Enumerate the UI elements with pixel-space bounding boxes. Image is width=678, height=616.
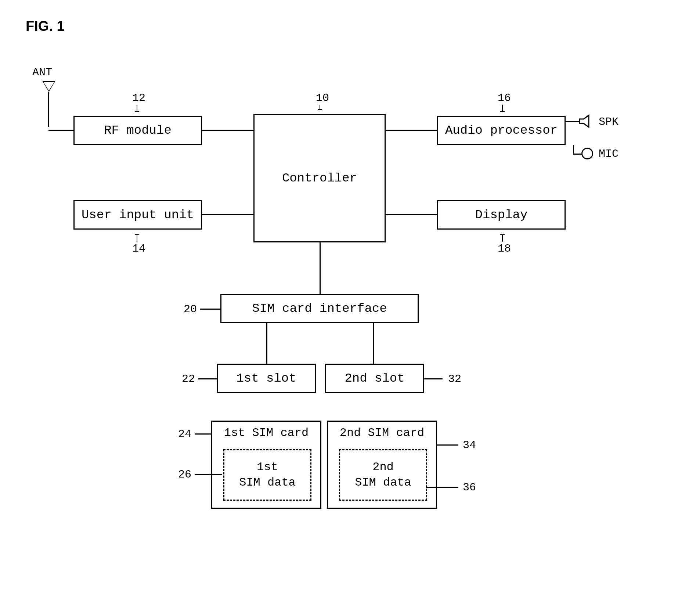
slot1-ref: 22 — [182, 373, 195, 385]
sim-interface-ref: 20 — [184, 303, 197, 316]
audio-processor-block: Audio processor — [437, 116, 566, 145]
mic-label: MIC — [599, 148, 619, 160]
sim-interface-block: SIM card interface — [220, 294, 419, 323]
block-diagram: ANT Controller 10 RF module 12 User inpu… — [26, 66, 650, 599]
speaker-label: SPK — [599, 116, 619, 128]
rf-module-ref: 12 — [132, 92, 145, 104]
slot1-block: 1st slot — [217, 364, 316, 393]
speaker-icon — [578, 114, 593, 129]
sim2-ref: 34 — [463, 439, 476, 451]
sim1-ref: 24 — [178, 428, 191, 440]
controller-block: Controller — [253, 114, 386, 242]
antenna-label: ANT — [32, 66, 52, 79]
slot1-label: 1st slot — [236, 371, 296, 385]
audio-processor-ref: 16 — [498, 92, 511, 104]
sim1-data-label: 1st SIM data — [239, 460, 296, 490]
mic-icon — [581, 148, 593, 159]
sim1-data-block: 1st SIM data — [223, 449, 311, 501]
figure-title: FIG. 1 — [26, 18, 65, 34]
rf-module-label: RF module — [104, 123, 172, 137]
slot2-label: 2nd slot — [345, 371, 404, 385]
slot2-block: 2nd slot — [325, 364, 424, 393]
display-ref: 18 — [498, 242, 511, 255]
sim2-label: 2nd SIM card — [328, 426, 436, 440]
sim-interface-label: SIM card interface — [252, 302, 387, 316]
user-input-ref: 14 — [132, 242, 145, 255]
sim2-data-block: 2nd SIM data — [339, 449, 427, 501]
sim1-data-ref: 26 — [178, 468, 191, 481]
sim1-label: 1st SIM card — [212, 426, 320, 440]
user-input-label: User input unit — [82, 208, 194, 222]
audio-processor-label: Audio processor — [445, 123, 558, 137]
slot2-ref: 32 — [448, 373, 461, 385]
controller-ref: 10 — [316, 92, 329, 104]
antenna-icon — [42, 81, 55, 92]
display-block: Display — [437, 200, 566, 230]
user-input-block: User input unit — [73, 200, 202, 230]
sim1-block: 1st SIM card 1st SIM data — [211, 421, 321, 509]
controller-label: Controller — [282, 171, 357, 185]
sim2-block: 2nd SIM card 2nd SIM data — [327, 421, 437, 509]
sim2-data-label: 2nd SIM data — [355, 460, 411, 490]
display-label: Display — [475, 208, 528, 222]
sim2-data-ref: 36 — [463, 481, 476, 494]
rf-module-block: RF module — [73, 116, 202, 145]
